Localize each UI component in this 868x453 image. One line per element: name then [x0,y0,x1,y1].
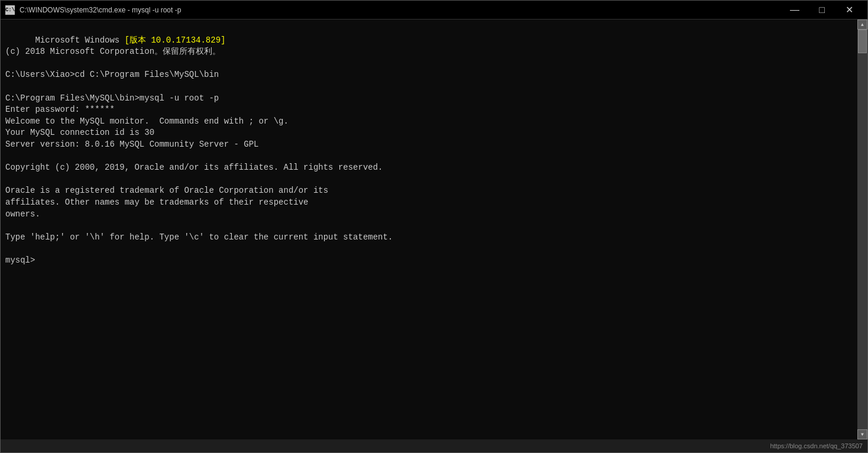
line-connection-id: Your MySQL connection id is 30 [5,128,154,137]
line-trademark-1: Oracle is a registered trademark of Orac… [5,186,328,195]
scrollbar[interactable]: ▲ ▼ [857,20,867,439]
status-bar: https://blog.csdn.net/qq_373507 [1,439,867,452]
line-mysql-command: C:\Program Files\MySQL\bin>mysql -u root… [5,93,219,103]
scroll-down-button[interactable]: ▼ [857,429,867,439]
title-bar: C:\ C:\WINDOWS\system32\cmd.exe - mysql … [1,1,867,20]
scroll-thumb[interactable] [858,30,867,53]
line-cd-command: C:\Users\Xiao>cd C:\Program Files\MySQL\… [5,70,219,79]
line-copyright-oracle: Copyright (c) 2000, 2019, Oracle and/or … [5,163,383,172]
line-server-version: Server version: 8.0.16 MySQL Community S… [5,140,258,149]
window: C:\ C:\WINDOWS\system32\cmd.exe - mysql … [0,0,868,453]
line-trademark-3: owners. [5,209,40,219]
line-trademark-2: affiliates. Other names may be trademark… [5,198,308,207]
line-windows-version: Microsoft Windows [版本 10.0.17134.829] [35,35,225,45]
maximize-button[interactable]: □ [808,1,835,20]
scroll-up-button[interactable]: ▲ [857,20,867,30]
window-title: C:\WINDOWS\system32\cmd.exe - mysql -u r… [20,6,781,14]
minimize-button[interactable]: — [781,1,808,20]
window-controls: — □ ✕ [781,1,863,20]
close-button[interactable]: ✕ [835,1,863,20]
line-welcome: Welcome to the MySQL monitor. Commands e… [5,117,289,126]
line-enter-password: Enter password: ****** [5,105,115,114]
window-icon: C:\ [5,5,15,15]
mysql-prompt: mysql> [5,255,40,265]
line-type-help: Type 'help;' or '\h' for help. Type '\c'… [5,232,393,242]
line-copyright: (c) 2018 Microsoft Corporation。保留所有权利。 [5,47,221,56]
scroll-track[interactable] [857,30,867,429]
terminal-output[interactable]: Microsoft Windows [版本 10.0.17134.829] (c… [1,20,857,439]
status-url: https://blog.csdn.net/qq_373507 [770,442,863,449]
content-area: Microsoft Windows [版本 10.0.17134.829] (c… [1,20,867,439]
